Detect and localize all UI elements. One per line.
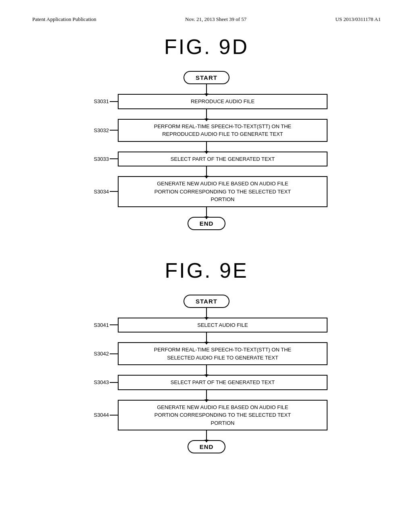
arrow-9e-2 — [206, 365, 207, 375]
arrow-9d-1 — [206, 109, 207, 119]
label-s3041: S3041 — [94, 322, 109, 328]
fig-9e-title: FIG. 9E — [32, 258, 381, 283]
arrow-9d-0 — [206, 84, 207, 94]
box-s3042: PERFORM REAL-TIME SPEECH-TO-TEXT(STT) ON… — [118, 342, 327, 365]
label-s3033: S3033 — [94, 156, 109, 162]
label-s3042: S3042 — [94, 351, 109, 357]
page: Patent Application Publication Nov. 21, … — [0, 0, 413, 532]
arrow-9e-3 — [206, 390, 207, 400]
fig-9d: FIG. 9D START S3031 REPRODUCE AUDIO FILE — [32, 35, 381, 230]
label-dash-s3044 — [110, 415, 118, 416]
label-dash-s3033 — [110, 158, 118, 159]
box-s3043: SELECT PART OF THE GENERATED TEXT — [118, 375, 327, 390]
box-s3034: GENERATE NEW AUDIO FILE BASED ON AUDIO F… — [118, 176, 327, 207]
label-s3031: S3031 — [94, 98, 109, 104]
box-s3044: GENERATE NEW AUDIO FILE BASED ON AUDIO F… — [118, 400, 327, 431]
header-left: Patent Application Publication — [32, 16, 96, 23]
box-s3031: REPRODUCE AUDIO FILE — [118, 94, 327, 109]
header-right: US 2013/0311178 A1 — [336, 16, 381, 23]
arrow-9e-1 — [206, 332, 207, 342]
arrow-9d-3 — [206, 166, 207, 176]
flowchart-9e: START S3041 SELECT AUDIO FILE — [32, 295, 381, 454]
start-capsule-9d: START — [184, 71, 229, 84]
arrow-9e-4 — [206, 430, 207, 440]
flowchart-9d: START S3031 REPRODUCE AUDIO FILE — [32, 71, 381, 230]
label-s3043: S3043 — [94, 379, 109, 385]
fig-9d-title: FIG. 9D — [32, 35, 381, 59]
page-header: Patent Application Publication Nov. 21, … — [32, 16, 381, 23]
step-9d-s3034: S3034 GENERATE NEW AUDIO FILE BASED ON A… — [86, 176, 327, 207]
label-dash-s3041 — [110, 324, 118, 325]
label-dash-s3032 — [110, 130, 118, 131]
label-s3032: S3032 — [94, 127, 109, 133]
start-capsule-9e: START — [184, 295, 229, 308]
box-s3033: SELECT PART OF THE GENERATED TEXT — [118, 152, 327, 167]
label-dash-s3043 — [110, 382, 118, 383]
step-9e-s3044: S3044 GENERATE NEW AUDIO FILE BASED ON A… — [86, 400, 327, 431]
header-center: Nov. 21, 2013 Sheet 39 of 57 — [185, 16, 246, 23]
arrow-9d-4 — [206, 207, 207, 217]
label-s3044: S3044 — [94, 412, 109, 418]
arrow-9e-0 — [206, 308, 207, 318]
label-dash-s3042 — [110, 353, 118, 354]
label-dash-s3031 — [110, 101, 118, 102]
step-9e-s3042: S3042 PERFORM REAL-TIME SPEECH-TO-TEXT(S… — [86, 342, 327, 365]
box-s3041: SELECT AUDIO FILE — [118, 318, 327, 333]
label-s3034: S3034 — [94, 189, 109, 195]
fig-9e: FIG. 9E START S3041 SELECT AUDIO FILE — [32, 258, 381, 454]
label-dash-s3034 — [110, 191, 118, 192]
box-s3032: PERFORM REAL-TIME SPEECH-TO-TEXT(STT) ON… — [118, 119, 327, 142]
step-9d-s3032: S3032 PERFORM REAL-TIME SPEECH-TO-TEXT(S… — [86, 119, 327, 142]
arrow-9d-2 — [206, 142, 207, 152]
